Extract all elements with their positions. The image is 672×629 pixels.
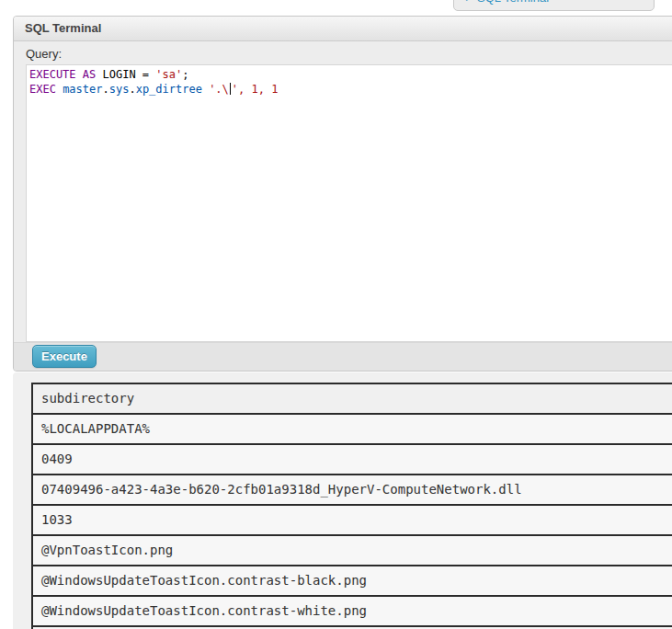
table-row: @WindowsUpdateToastIcon.contrast-white.p…: [32, 596, 672, 626]
code-token-variable: master: [63, 83, 102, 96]
code-token-keyword: EXECUTE: [29, 68, 76, 81]
execute-button[interactable]: Execute: [32, 345, 97, 368]
page: ▸ SQL Terminal SQL Terminal Query: EXECU…: [0, 0, 672, 629]
table-cell: 1033: [32, 505, 672, 535]
table-row: %LOCALAPPDATA%: [32, 414, 672, 444]
table-row: @VpnToastIcon.png: [32, 535, 672, 566]
code-token-keyword: AS: [83, 68, 96, 81]
panel-title: SQL Terminal: [25, 21, 101, 35]
collapsed-panel-label: SQL Terminal: [477, 0, 549, 5]
query-section: Query: EXECUTE AS LOGIN = 'sa';EXEC mast…: [14, 41, 672, 342]
results-table-head: subdirectory: [32, 383, 672, 414]
table-cell: %LOCALAPPDATA%: [32, 414, 672, 444]
table-header-row: subdirectory: [32, 383, 672, 414]
table-row: 1033: [32, 505, 672, 535]
code-line: EXECUTE AS LOGIN = 'sa';: [29, 67, 672, 82]
triangle-collapsed-icon: ▸: [466, 0, 471, 3]
table-cell: 0409: [32, 444, 672, 475]
results-panel: subdirectory %LOCALAPPDATA%040907409496-…: [13, 372, 672, 629]
table-cell: 07409496-a423-4a3e-b620-2cfb01a9318d_Hyp…: [32, 475, 672, 505]
query-label: Query:: [26, 47, 672, 61]
table-cell: @VpnToastIcon.png: [32, 535, 672, 566]
table-row: 0409: [32, 444, 672, 475]
code-token-string: ', 1, 1: [232, 83, 279, 96]
sql-editor[interactable]: EXECUTE AS LOGIN = 'sa';EXEC master.sys.…: [26, 64, 672, 342]
code-token-plain: ;: [182, 68, 188, 81]
code-token-string: 'sa': [155, 68, 182, 81]
table-cell: @WindowsUpdateToastIcon.contrast-white.p…: [32, 596, 672, 626]
code-token-plain: .: [129, 83, 135, 96]
table-row: @WindowsUpdateToastIcon.contrast-black.p…: [32, 566, 672, 596]
panel-header: SQL Terminal: [14, 17, 672, 41]
code-line: EXEC master.sys.xp_dirtree '.\', 1, 1: [29, 82, 672, 97]
sql-terminal-panel: SQL Terminal Query: EXECUTE AS LOGIN = '…: [13, 16, 672, 372]
results-table-body: %LOCALAPPDATA%040907409496-a423-4a3e-b62…: [32, 414, 672, 629]
collapsed-sql-terminal-panel[interactable]: ▸ SQL Terminal: [453, 0, 655, 11]
code-token-plain: .: [103, 83, 109, 96]
code-token-keyword: EXEC: [29, 83, 56, 96]
code-token-plain: [76, 68, 83, 81]
code-token-variable: xp_dirtree: [136, 83, 202, 96]
code-token-string: '.\: [209, 83, 229, 96]
results-table: subdirectory %LOCALAPPDATA%040907409496-…: [31, 383, 672, 629]
execute-bar: Execute: [14, 342, 672, 371]
table-row: 07409496-a423-4a3e-b620-2cfb01a9318d_Hyp…: [32, 475, 672, 505]
text-cursor: [230, 83, 231, 95]
code-token-variable: sys: [109, 83, 130, 96]
table-header-cell: subdirectory: [32, 383, 672, 414]
table-cell: @WindowsUpdateToastIcon.contrast-black.p…: [32, 566, 672, 596]
code-token-plain: LOGIN =: [96, 68, 155, 81]
